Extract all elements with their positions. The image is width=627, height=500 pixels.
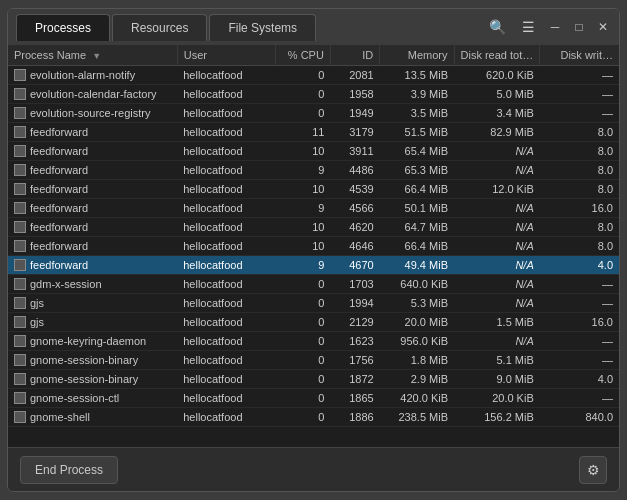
process-disk-write: 16.0	[540, 313, 619, 332]
process-icon	[14, 392, 26, 404]
settings-button[interactable]: ⚙	[579, 456, 607, 484]
process-disk-write: —	[540, 66, 619, 85]
process-id: 1958	[330, 85, 379, 104]
process-memory: 65.3 MiB	[380, 161, 454, 180]
process-id: 2129	[330, 313, 379, 332]
process-name: gnome-session-ctl	[30, 392, 119, 404]
table-row[interactable]: gnome-session-binaryhellocatfood017561.8…	[8, 351, 619, 370]
process-disk-read: N/A	[454, 218, 540, 237]
process-name: feedforward	[30, 164, 88, 176]
gear-icon: ⚙	[587, 462, 600, 478]
table-row[interactable]: feedforwardhellocatfood10453966.4 MiB12.…	[8, 180, 619, 199]
maximize-button[interactable]: □	[571, 19, 587, 35]
table-row[interactable]: evolution-source-registryhellocatfood019…	[8, 104, 619, 123]
table-row[interactable]: evolution-alarm-notifyhellocatfood020811…	[8, 66, 619, 85]
process-cpu: 10	[276, 180, 331, 199]
header-disk-read[interactable]: Disk read tot…	[454, 45, 540, 66]
tab-resources[interactable]: Resources	[112, 14, 207, 41]
process-icon	[14, 411, 26, 423]
table-row[interactable]: gjshellocatfood019945.3 MiBN/A—	[8, 294, 619, 313]
process-user: hellocatfood	[177, 275, 276, 294]
process-icon	[14, 278, 26, 290]
process-icon	[14, 335, 26, 347]
process-disk-read: N/A	[454, 142, 540, 161]
process-cpu: 0	[276, 389, 331, 408]
process-icon	[14, 316, 26, 328]
table-row[interactable]: gnome-keyring-daemonhellocatfood01623956…	[8, 332, 619, 351]
process-cpu: 0	[276, 66, 331, 85]
table-row[interactable]: gnome-shellhellocatfood01886238.5 MiB156…	[8, 408, 619, 427]
process-memory: 65.4 MiB	[380, 142, 454, 161]
process-disk-read: N/A	[454, 275, 540, 294]
table-row[interactable]: feedforwardhellocatfood9467049.4 MiBN/A4…	[8, 256, 619, 275]
titlebar-actions: 🔍 ☰ ─ □ ✕	[485, 17, 611, 37]
table-row[interactable]: gdm-x-sessionhellocatfood01703640.0 KiBN…	[8, 275, 619, 294]
process-disk-read: 9.0 MiB	[454, 370, 540, 389]
process-disk-write: 8.0	[540, 237, 619, 256]
process-user: hellocatfood	[177, 313, 276, 332]
table-row[interactable]: gnome-session-ctlhellocatfood01865420.0 …	[8, 389, 619, 408]
process-cpu: 0	[276, 104, 331, 123]
table-row[interactable]: feedforwardhellocatfood10464666.4 MiBN/A…	[8, 237, 619, 256]
process-id: 1872	[330, 370, 379, 389]
process-user: hellocatfood	[177, 370, 276, 389]
process-disk-read: N/A	[454, 199, 540, 218]
process-user: hellocatfood	[177, 332, 276, 351]
table-row[interactable]: feedforwardhellocatfood9448665.3 MiBN/A8…	[8, 161, 619, 180]
header-user[interactable]: User	[177, 45, 276, 66]
process-icon	[14, 221, 26, 233]
process-icon	[14, 354, 26, 366]
process-cpu: 9	[276, 256, 331, 275]
table-row[interactable]: gjshellocatfood0212920.0 MiB1.5 MiB16.0	[8, 313, 619, 332]
table-row[interactable]: feedforwardhellocatfood9456650.1 MiBN/A1…	[8, 199, 619, 218]
process-memory: 956.0 KiB	[380, 332, 454, 351]
process-name: gjs	[30, 316, 44, 328]
process-disk-write: —	[540, 275, 619, 294]
process-disk-read: 3.4 MiB	[454, 104, 540, 123]
header-cpu[interactable]: % CPU	[276, 45, 331, 66]
table-row[interactable]: feedforwardhellocatfood10391165.4 MiBN/A…	[8, 142, 619, 161]
process-disk-write: 4.0	[540, 256, 619, 275]
process-disk-read: N/A	[454, 237, 540, 256]
process-name: gdm-x-session	[30, 278, 102, 290]
process-disk-read: 620.0 KiB	[454, 66, 540, 85]
process-name: feedforward	[30, 126, 88, 138]
process-name: gnome-keyring-daemon	[30, 335, 146, 347]
tab-processes[interactable]: Processes	[16, 14, 110, 41]
end-process-button[interactable]: End Process	[20, 456, 118, 484]
main-window: Processes Resources File Systems 🔍 ☰ ─ □…	[7, 8, 620, 492]
process-name: gjs	[30, 297, 44, 309]
header-disk-write[interactable]: Disk writ…	[540, 45, 619, 66]
close-button[interactable]: ✕	[595, 19, 611, 35]
process-disk-read: N/A	[454, 256, 540, 275]
process-memory: 2.9 MiB	[380, 370, 454, 389]
header-memory[interactable]: Memory	[380, 45, 454, 66]
process-user: hellocatfood	[177, 389, 276, 408]
table-row[interactable]: feedforwardhellocatfood11317951.5 MiB82.…	[8, 123, 619, 142]
menu-icon[interactable]: ☰	[518, 17, 539, 37]
process-icon	[14, 107, 26, 119]
header-id[interactable]: ID	[330, 45, 379, 66]
search-icon[interactable]: 🔍	[485, 17, 510, 37]
process-user: hellocatfood	[177, 180, 276, 199]
process-icon	[14, 164, 26, 176]
header-process-name[interactable]: Process Name ▼	[8, 45, 177, 66]
table-row[interactable]: evolution-calendar-factoryhellocatfood01…	[8, 85, 619, 104]
process-disk-write: —	[540, 332, 619, 351]
process-memory: 640.0 KiB	[380, 275, 454, 294]
process-memory: 49.4 MiB	[380, 256, 454, 275]
process-disk-read: 20.0 KiB	[454, 389, 540, 408]
process-disk-write: 16.0	[540, 199, 619, 218]
process-user: hellocatfood	[177, 104, 276, 123]
tab-filesystems[interactable]: File Systems	[209, 14, 316, 41]
tab-bar: Processes Resources File Systems	[16, 14, 485, 41]
process-cpu: 0	[276, 85, 331, 104]
process-name: evolution-source-registry	[30, 107, 150, 119]
process-table-container[interactable]: Process Name ▼ User % CPU ID Memory Disk…	[8, 45, 619, 447]
table-row[interactable]: gnome-session-binaryhellocatfood018722.9…	[8, 370, 619, 389]
process-icon	[14, 373, 26, 385]
process-disk-read: 12.0 KiB	[454, 180, 540, 199]
minimize-button[interactable]: ─	[547, 19, 563, 35]
process-disk-read: 156.2 MiB	[454, 408, 540, 427]
table-row[interactable]: feedforwardhellocatfood10462064.7 MiBN/A…	[8, 218, 619, 237]
